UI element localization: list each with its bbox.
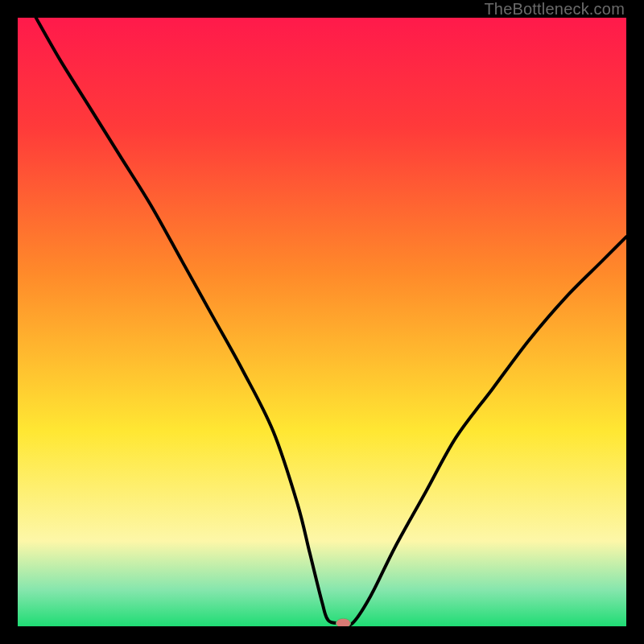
bottleneck-chart <box>18 18 626 626</box>
watermark-text: TheBottleneck.com <box>484 0 625 19</box>
gradient-background <box>18 18 626 626</box>
optimum-marker <box>336 618 350 626</box>
chart-frame <box>18 18 626 626</box>
